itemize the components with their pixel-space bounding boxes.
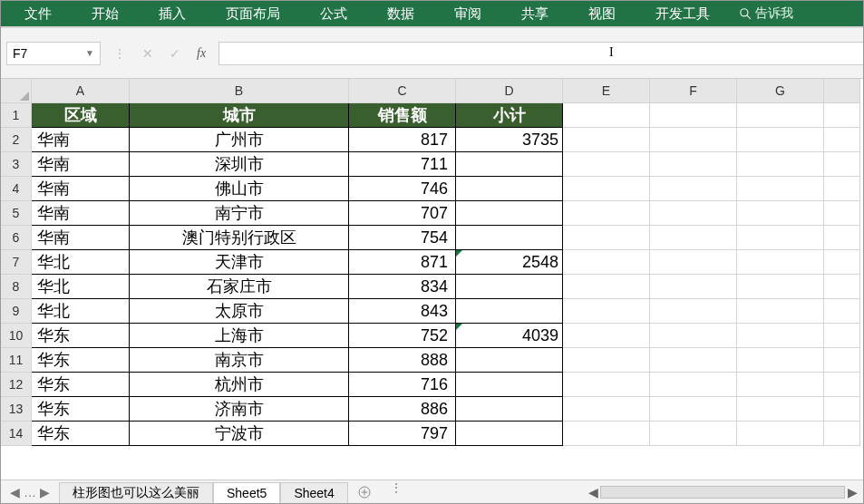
cell-H9[interactable] [824,299,860,324]
cell-B12[interactable]: 杭州市 [130,373,349,397]
cell-F4[interactable] [650,177,737,201]
col-header-E[interactable]: E [563,79,650,103]
cell-G4[interactable] [737,177,824,201]
cell-A5[interactable]: 华南 [32,201,130,226]
cell-E9[interactable] [563,299,650,324]
dots-icon[interactable]: ⋮ [113,46,126,61]
cell-F12[interactable] [650,373,737,397]
cell-G10[interactable] [737,324,824,348]
cell-H5[interactable] [824,201,860,226]
cell-G5[interactable] [737,201,824,226]
cell-D7[interactable]: 2548 [456,250,563,275]
cell-C7[interactable]: 871 [349,250,456,275]
tell-me[interactable]: 告诉我 [730,5,802,22]
row-header-4[interactable]: 4 [1,177,32,201]
cell-C12[interactable]: 716 [349,373,456,397]
row-header-3[interactable]: 3 [1,152,32,177]
col-header-D[interactable]: D [456,79,563,103]
cell-B6[interactable]: 澳门特别行政区 [130,226,349,250]
cell-F10[interactable] [650,324,737,348]
cell-A6[interactable]: 华南 [32,226,130,250]
cell-D3[interactable] [456,152,563,177]
cell-E1[interactable] [563,103,650,128]
cell-F8[interactable] [650,275,737,299]
cell-C5[interactable]: 707 [349,201,456,226]
cell-D2[interactable]: 3735 [456,128,563,152]
cell-D13[interactable] [456,397,563,422]
row-header-8[interactable]: 8 [1,275,32,299]
cell-C8[interactable]: 834 [349,275,456,299]
cell-A12[interactable]: 华东 [32,373,130,397]
cell-A4[interactable]: 华南 [32,177,130,201]
cell-F11[interactable] [650,348,737,373]
cell-F14[interactable] [650,422,737,446]
ribbon-tab-6[interactable]: 审阅 [434,1,501,26]
cell-F2[interactable] [650,128,737,152]
cell-G3[interactable] [737,152,824,177]
ribbon-tab-5[interactable]: 数据 [367,1,434,26]
cell-G14[interactable] [737,422,824,446]
cell-G7[interactable] [737,250,824,275]
cell-D1[interactable]: 小计 [456,103,563,128]
cell-H4[interactable] [824,177,860,201]
col-header-F[interactable]: F [650,79,737,103]
cell-B7[interactable]: 天津市 [130,250,349,275]
cell-B2[interactable]: 广州市 [130,128,349,152]
cell-F7[interactable] [650,250,737,275]
cell-A13[interactable]: 华东 [32,397,130,422]
cell-E14[interactable] [563,422,650,446]
row-header-6[interactable]: 6 [1,226,32,250]
row-header-1[interactable]: 1 [1,103,32,128]
cell-E7[interactable] [563,250,650,275]
cell-B8[interactable]: 石家庄市 [130,275,349,299]
tab-prev-icon[interactable]: … [24,485,36,499]
accept-formula-icon[interactable]: ✓ [170,46,180,61]
ribbon-tab-1[interactable]: 开始 [72,1,139,26]
cell-B1[interactable]: 城市 [130,103,349,128]
sheet-tab-0[interactable]: 柱形图也可以这么美丽 [59,482,213,503]
ribbon-tab-4[interactable]: 公式 [300,1,367,26]
cell-D4[interactable] [456,177,563,201]
cell-F3[interactable] [650,152,737,177]
cell-A9[interactable]: 华北 [32,299,130,324]
cell-C11[interactable]: 888 [349,348,456,373]
cell-E8[interactable] [563,275,650,299]
cell-C14[interactable]: 797 [349,422,456,446]
cell-F9[interactable] [650,299,737,324]
cell-H14[interactable] [824,422,860,446]
sheet-tab-2[interactable]: Sheet4 [280,482,347,503]
cell-B10[interactable]: 上海市 [130,324,349,348]
cell-H10[interactable] [824,324,860,348]
cell-H1[interactable] [824,103,860,128]
select-all-corner[interactable] [1,79,32,103]
ribbon-tab-2[interactable]: 插入 [139,1,206,26]
cell-B4[interactable]: 佛山市 [130,177,349,201]
cell-E3[interactable] [563,152,650,177]
cell-H2[interactable] [824,128,860,152]
cell-E4[interactable] [563,177,650,201]
horizontal-scrollbar[interactable]: ◀ ▶ [582,480,863,503]
sheet-tab-1[interactable]: Sheet5 [213,482,280,503]
cell-H7[interactable] [824,250,860,275]
ribbon-tab-3[interactable]: 页面布局 [206,1,300,26]
cell-F13[interactable] [650,397,737,422]
row-header-10[interactable]: 10 [1,324,32,348]
cell-E5[interactable] [563,201,650,226]
cell-D11[interactable] [456,348,563,373]
cell-H12[interactable] [824,373,860,397]
row-header-5[interactable]: 5 [1,201,32,226]
cell-A14[interactable]: 华东 [32,422,130,446]
ribbon-tab-9[interactable]: 开发工具 [636,1,730,26]
cell-G1[interactable] [737,103,824,128]
cell-B3[interactable]: 深圳市 [130,152,349,177]
cancel-formula-icon[interactable]: ✕ [142,46,153,61]
cell-G2[interactable] [737,128,824,152]
cell-D8[interactable] [456,275,563,299]
tab-next-icon[interactable]: ▶ [40,485,50,499]
cell-D9[interactable] [456,299,563,324]
cell-H13[interactable] [824,397,860,422]
cell-G8[interactable] [737,275,824,299]
cell-B9[interactable]: 太原市 [130,299,349,324]
cell-C2[interactable]: 817 [349,128,456,152]
name-box[interactable]: F7 ▼ [6,42,101,65]
